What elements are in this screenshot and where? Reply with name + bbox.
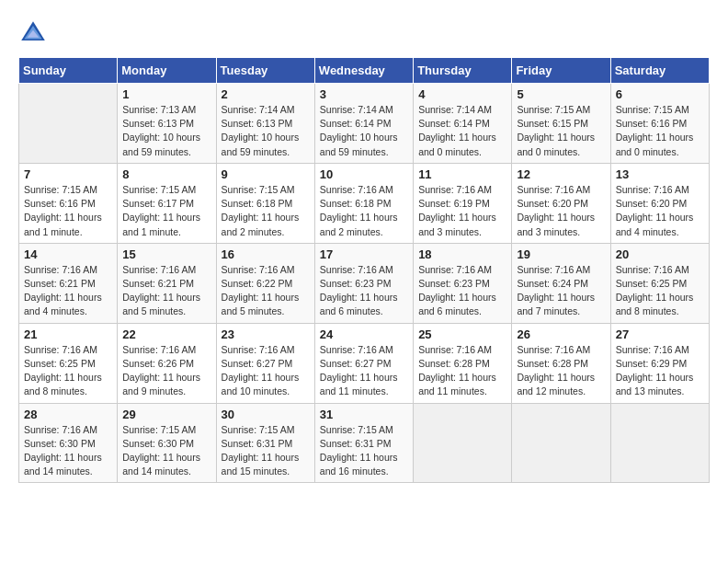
weekday-header-saturday: Saturday (610, 58, 709, 84)
calendar-cell: 26Sunrise: 7:16 AMSunset: 6:28 PMDayligh… (512, 323, 610, 403)
calendar-cell: 16Sunrise: 7:16 AMSunset: 6:22 PMDayligh… (216, 243, 314, 323)
weekday-header-wednesday: Wednesday (314, 58, 413, 84)
day-info: Sunrise: 7:15 AMSunset: 6:17 PMDaylight:… (122, 183, 210, 239)
calendar-cell: 12Sunrise: 7:16 AMSunset: 6:20 PMDayligh… (512, 163, 610, 243)
day-number: 30 (222, 408, 310, 421)
day-info: Sunrise: 7:15 AMSunset: 6:18 PMDaylight:… (222, 183, 310, 239)
calendar-cell: 14Sunrise: 7:16 AMSunset: 6:21 PMDayligh… (19, 243, 118, 323)
day-number: 10 (320, 167, 408, 181)
day-number: 3 (320, 87, 408, 101)
day-info: Sunrise: 7:16 AMSunset: 6:22 PMDaylight:… (222, 263, 310, 319)
calendar-cell: 3Sunrise: 7:14 AMSunset: 6:14 PMDaylight… (314, 84, 413, 164)
day-info: Sunrise: 7:16 AMSunset: 6:26 PMDaylight:… (122, 343, 210, 399)
day-number: 12 (517, 167, 605, 181)
calendar-cell: 4Sunrise: 7:14 AMSunset: 6:14 PMDaylight… (414, 84, 512, 164)
calendar-cell: 11Sunrise: 7:16 AMSunset: 6:19 PMDayligh… (414, 163, 512, 243)
weekday-header-thursday: Thursday (414, 58, 512, 84)
day-info: Sunrise: 7:16 AMSunset: 6:27 PMDaylight:… (320, 343, 408, 399)
day-info: Sunrise: 7:16 AMSunset: 6:30 PMDaylight:… (24, 423, 112, 479)
day-info: Sunrise: 7:16 AMSunset: 6:27 PMDaylight:… (222, 343, 310, 399)
calendar-cell: 23Sunrise: 7:16 AMSunset: 6:27 PMDayligh… (216, 323, 314, 403)
day-number: 19 (517, 247, 605, 261)
day-info: Sunrise: 7:16 AMSunset: 6:20 PMDaylight:… (517, 183, 605, 239)
calendar-week-row: 28Sunrise: 7:16 AMSunset: 6:30 PMDayligh… (19, 403, 710, 483)
calendar-cell: 1Sunrise: 7:13 AMSunset: 6:13 PMDaylight… (118, 84, 216, 164)
day-info: Sunrise: 7:15 AMSunset: 6:16 PMDaylight:… (616, 103, 704, 159)
day-number: 31 (320, 408, 408, 421)
weekday-header-friday: Friday (512, 58, 610, 84)
day-number: 23 (222, 327, 310, 341)
day-info: Sunrise: 7:16 AMSunset: 6:29 PMDaylight:… (616, 343, 704, 399)
day-number: 11 (418, 167, 506, 181)
calendar-cell: 27Sunrise: 7:16 AMSunset: 6:29 PMDayligh… (610, 323, 709, 403)
day-number: 24 (320, 327, 408, 341)
calendar-week-row: 1Sunrise: 7:13 AMSunset: 6:13 PMDaylight… (19, 84, 710, 164)
day-info: Sunrise: 7:16 AMSunset: 6:20 PMDaylight:… (616, 183, 704, 239)
weekday-header-sunday: Sunday (19, 58, 118, 84)
day-number: 9 (222, 167, 310, 181)
day-number: 2 (222, 87, 310, 101)
day-number: 1 (122, 87, 210, 101)
calendar-cell: 17Sunrise: 7:16 AMSunset: 6:23 PMDayligh… (314, 243, 413, 323)
calendar-cell: 10Sunrise: 7:16 AMSunset: 6:18 PMDayligh… (314, 163, 413, 243)
day-number: 7 (24, 167, 112, 181)
day-info: Sunrise: 7:15 AMSunset: 6:31 PMDaylight:… (320, 423, 408, 479)
day-number: 8 (122, 167, 210, 181)
calendar-cell: 13Sunrise: 7:16 AMSunset: 6:20 PMDayligh… (610, 163, 709, 243)
day-number: 13 (616, 167, 704, 181)
day-number: 27 (616, 327, 704, 341)
calendar-cell: 5Sunrise: 7:15 AMSunset: 6:15 PMDaylight… (512, 84, 610, 164)
day-number: 26 (517, 327, 605, 341)
calendar-cell: 30Sunrise: 7:15 AMSunset: 6:31 PMDayligh… (216, 403, 314, 483)
day-info: Sunrise: 7:14 AMSunset: 6:13 PMDaylight:… (222, 103, 310, 159)
day-info: Sunrise: 7:16 AMSunset: 6:28 PMDaylight:… (418, 343, 506, 399)
calendar-cell: 7Sunrise: 7:15 AMSunset: 6:16 PMDaylight… (19, 163, 118, 243)
calendar-cell: 25Sunrise: 7:16 AMSunset: 6:28 PMDayligh… (414, 323, 512, 403)
day-number: 20 (616, 247, 704, 261)
calendar-week-row: 7Sunrise: 7:15 AMSunset: 6:16 PMDaylight… (19, 163, 710, 243)
calendar-cell (414, 403, 512, 483)
day-info: Sunrise: 7:15 AMSunset: 6:31 PMDaylight:… (222, 423, 310, 479)
calendar-cell: 15Sunrise: 7:16 AMSunset: 6:21 PMDayligh… (118, 243, 216, 323)
day-info: Sunrise: 7:16 AMSunset: 6:25 PMDaylight:… (616, 263, 704, 319)
calendar-cell: 18Sunrise: 7:16 AMSunset: 6:23 PMDayligh… (414, 243, 512, 323)
calendar-week-row: 21Sunrise: 7:16 AMSunset: 6:25 PMDayligh… (19, 323, 710, 403)
weekday-header-tuesday: Tuesday (216, 58, 314, 84)
logo-icon (18, 18, 48, 48)
day-number: 25 (418, 327, 506, 341)
calendar-cell (610, 403, 709, 483)
weekday-header-monday: Monday (118, 58, 216, 84)
day-info: Sunrise: 7:16 AMSunset: 6:19 PMDaylight:… (418, 183, 506, 239)
day-info: Sunrise: 7:16 AMSunset: 6:18 PMDaylight:… (320, 183, 408, 239)
calendar-table: SundayMondayTuesdayWednesdayThursdayFrid… (18, 57, 710, 483)
calendar-cell: 20Sunrise: 7:16 AMSunset: 6:25 PMDayligh… (610, 243, 709, 323)
calendar-cell: 19Sunrise: 7:16 AMSunset: 6:24 PMDayligh… (512, 243, 610, 323)
day-number: 6 (616, 87, 704, 101)
day-info: Sunrise: 7:14 AMSunset: 6:14 PMDaylight:… (320, 103, 408, 159)
day-number: 18 (418, 247, 506, 261)
day-info: Sunrise: 7:16 AMSunset: 6:23 PMDaylight:… (320, 263, 408, 319)
day-number: 14 (24, 247, 112, 261)
day-info: Sunrise: 7:15 AMSunset: 6:15 PMDaylight:… (517, 103, 605, 159)
calendar-cell: 8Sunrise: 7:15 AMSunset: 6:17 PMDaylight… (118, 163, 216, 243)
weekday-header-row: SundayMondayTuesdayWednesdayThursdayFrid… (19, 58, 710, 84)
day-info: Sunrise: 7:16 AMSunset: 6:21 PMDaylight:… (122, 263, 210, 319)
day-number: 5 (517, 87, 605, 101)
calendar-cell: 22Sunrise: 7:16 AMSunset: 6:26 PMDayligh… (118, 323, 216, 403)
calendar-cell: 31Sunrise: 7:15 AMSunset: 6:31 PMDayligh… (314, 403, 413, 483)
day-info: Sunrise: 7:16 AMSunset: 6:24 PMDaylight:… (517, 263, 605, 319)
day-number: 15 (122, 247, 210, 261)
calendar-cell (512, 403, 610, 483)
calendar-cell: 29Sunrise: 7:15 AMSunset: 6:30 PMDayligh… (118, 403, 216, 483)
calendar-cell: 24Sunrise: 7:16 AMSunset: 6:27 PMDayligh… (314, 323, 413, 403)
day-info: Sunrise: 7:15 AMSunset: 6:16 PMDaylight:… (24, 183, 112, 239)
day-number: 17 (320, 247, 408, 261)
calendar-cell (19, 84, 118, 164)
day-info: Sunrise: 7:16 AMSunset: 6:25 PMDaylight:… (24, 343, 112, 399)
calendar-cell: 2Sunrise: 7:14 AMSunset: 6:13 PMDaylight… (216, 84, 314, 164)
day-number: 28 (24, 408, 112, 421)
calendar-cell: 28Sunrise: 7:16 AMSunset: 6:30 PMDayligh… (19, 403, 118, 483)
day-number: 29 (122, 408, 210, 421)
day-info: Sunrise: 7:14 AMSunset: 6:14 PMDaylight:… (418, 103, 506, 159)
day-number: 16 (222, 247, 310, 261)
